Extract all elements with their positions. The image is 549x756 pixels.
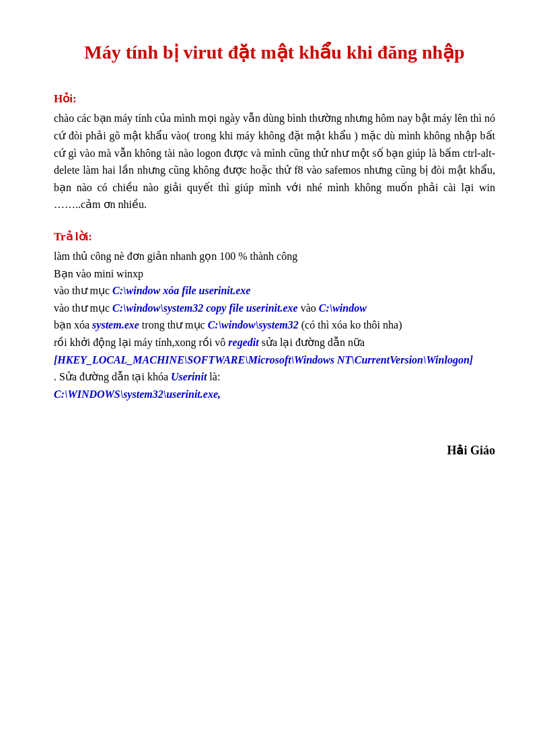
answer-label: Trả lời:: [54, 230, 495, 244]
author: Hải Giáo: [54, 443, 495, 458]
answer-line3-link: C:\window xóa file userinit.exe: [112, 285, 250, 296]
answer-line6-link1: regedit: [228, 337, 258, 348]
answer-section: Trả lời: làm thủ công nè đơn giản nhanh …: [54, 230, 495, 403]
answer-line5-link2: C:\window\system32: [208, 319, 299, 331]
answer-line2: Bạn vào mini winxp: [54, 268, 143, 279]
answer-line6-link2: [HKEY_LOCAL_MACHINE\SOFTWARE\Microsoft\W…: [54, 354, 473, 366]
answer-line1: làm thủ công nè đơn giản nhanh gọn 100 %…: [54, 250, 297, 262]
page-title: Máy tính bị virut đặt mật khẩu khi đăng …: [54, 40, 495, 65]
answer-line5-link1: system.exe: [92, 319, 139, 331]
answer-line4-link: C:\window\system32 copy file userinit.ex…: [112, 302, 298, 314]
answer-line4-suffix: vào: [298, 302, 319, 314]
answer-line4-link2: C:\window: [319, 302, 367, 314]
answer-line5-prefix: bạn xóa: [54, 319, 92, 331]
answer-line7-mid: là:: [207, 371, 220, 382]
question-label: Hỏi:: [54, 92, 495, 106]
answer-line8-link: C:\WINDOWS\system32\userinit.exe,: [54, 388, 221, 400]
question-section: Hỏi: chào các bạn máy tính của mình mọi …: [54, 92, 495, 213]
answer-line6-mid: sửa lại đường dẫn nữa: [259, 337, 365, 348]
question-body: chào các bạn máy tính của mình mọi ngày …: [54, 110, 495, 213]
answer-line3-prefix: vào thư mục: [54, 285, 112, 296]
answer-line7-prefix: . Sửa đường dẫn tại khóa: [54, 371, 171, 382]
answer-line5-mid: trong thư mục: [139, 319, 208, 331]
answer-line6-prefix: rồi khởi động lại máy tính,xong rồi vô: [54, 337, 228, 348]
answer-line5-suffix: (có thì xóa ko thôi nha): [299, 319, 402, 331]
answer-line7-link1: Userinit: [171, 371, 207, 382]
answer-line4-prefix: vào thư mục: [54, 302, 112, 314]
answer-body: làm thủ công nè đơn giản nhanh gọn 100 %…: [54, 248, 495, 403]
